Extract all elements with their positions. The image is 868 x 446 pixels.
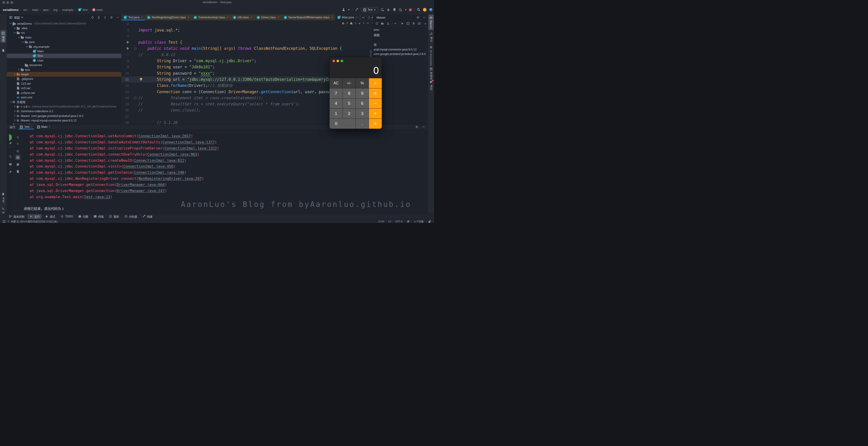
chevron-collapsed-icon[interactable] bbox=[13, 105, 16, 108]
toolwindow-button-版本控制[interactable]: 版本控制 bbox=[7, 214, 26, 219]
status-message[interactable]: 构建 在 1秒475毫秒内成功完成 (片刻之前) bbox=[11, 219, 57, 223]
fold-icon[interactable]: − bbox=[134, 97, 136, 99]
soft-wrap-icon[interactable] bbox=[16, 149, 20, 153]
toolwindow-button-调试[interactable]: 调试 bbox=[43, 214, 57, 219]
build-hammer-icon[interactable] bbox=[355, 8, 359, 11]
calc-key-%[interactable]: % bbox=[356, 78, 369, 88]
prev-issue-icon[interactable] bbox=[366, 21, 370, 25]
expand-all-icon[interactable] bbox=[97, 16, 101, 19]
more-icon[interactable]: » bbox=[425, 22, 426, 25]
tree-item-Maven-com.google.protobuf-protobuf-java-2.6.0[interactable]: Maven: com.google.protobuf:protobuf-java… bbox=[7, 114, 121, 118]
tree-item--1.8-[interactable]: < 1.8 >/Library/Java/JavaVirtualMachines… bbox=[7, 104, 121, 109]
update-icon[interactable]: ↑ bbox=[423, 8, 427, 11]
tree-item-Main[interactable]: CMain bbox=[7, 49, 121, 53]
calc-key-6[interactable]: 6 bbox=[356, 99, 369, 109]
calc-key-4[interactable]: 4 bbox=[330, 99, 342, 109]
calc-key-=[interactable]: = bbox=[369, 119, 382, 129]
breadcrumb-item-example[interactable]: example bbox=[62, 8, 73, 11]
ide-sphere-icon[interactable] bbox=[429, 8, 433, 11]
stack-frame-link[interactable]: ConnectionImpl.java:240 bbox=[134, 170, 184, 175]
maven-download-sources-icon[interactable] bbox=[386, 22, 390, 25]
tree-item-commons-collections-3.1[interactable]: commons-collections-3.1 bbox=[7, 109, 121, 113]
chevron-down-icon[interactable] bbox=[362, 16, 365, 19]
calc-key-5[interactable]: 5 bbox=[343, 99, 355, 109]
project-panel-header[interactable]: 项目 bbox=[7, 14, 121, 20]
close-tab-icon[interactable]: × bbox=[49, 125, 51, 128]
calc-key-8[interactable]: 8 bbox=[343, 88, 355, 98]
stripe-项目[interactable]: 项目 bbox=[0, 30, 6, 43]
tree-item-cc5yso.ser[interactable]: cc5yso.ser bbox=[7, 90, 121, 95]
chevron-collapsed-icon[interactable] bbox=[13, 72, 16, 76]
editor-tab-ServerStatusDiffInterceptor.class[interactable]: CServerStatusDiffInterceptor.class× bbox=[282, 14, 335, 20]
maven-add-icon[interactable]: + bbox=[394, 22, 396, 26]
toolwindow-button-问题[interactable]: 问题 bbox=[76, 214, 90, 219]
tree-item-外部库[interactable]: 外部库 bbox=[7, 100, 121, 104]
stack-frame-link[interactable]: Test.java:13 bbox=[84, 195, 110, 199]
calc-minimize-button[interactable] bbox=[337, 60, 339, 62]
file-encoding[interactable]: UTF-8 bbox=[395, 220, 402, 223]
close-tab-icon[interactable]: × bbox=[251, 16, 252, 19]
profile-with-cursor-icon[interactable] bbox=[8, 155, 12, 158]
line-separator[interactable]: LF bbox=[388, 220, 391, 223]
coverage-button[interactable] bbox=[393, 8, 396, 11]
tree-item-resources[interactable]: resources bbox=[7, 63, 121, 67]
print-icon[interactable] bbox=[16, 163, 20, 167]
close-tab-icon[interactable]: × bbox=[141, 16, 143, 19]
chevron-collapsed-icon[interactable] bbox=[13, 27, 16, 30]
maven-profiles-icon[interactable] bbox=[412, 22, 415, 25]
close-tab-icon[interactable]: × bbox=[356, 16, 358, 19]
user-avatar-icon[interactable] bbox=[342, 8, 345, 11]
tree-item-.gitignore[interactable]: .gitignore bbox=[7, 77, 121, 81]
hide-panel-icon[interactable] bbox=[422, 125, 426, 129]
maven-run-icon[interactable] bbox=[401, 22, 404, 25]
debug-button[interactable] bbox=[386, 8, 390, 11]
locate-file-icon[interactable] bbox=[91, 16, 94, 19]
gear-icon[interactable] bbox=[110, 16, 113, 19]
edit-configuration-icon[interactable] bbox=[8, 142, 12, 145]
close-tab-icon[interactable]: × bbox=[278, 16, 279, 19]
stripe-通知[interactable]: 通知 bbox=[428, 79, 434, 92]
maven-tree-item[interactable]: 周期 bbox=[374, 33, 428, 37]
editor-tab-Main.java[interactable]: CMain.java× bbox=[335, 14, 360, 20]
tree-item-User[interactable]: CUser bbox=[7, 58, 121, 63]
toolwindow-button-TODO[interactable]: TODO bbox=[58, 214, 74, 219]
maven-tree-item[interactable]: 项 bbox=[374, 42, 428, 47]
tree-item-pom.xml[interactable]: mpom.xml bbox=[7, 95, 121, 99]
tree-item-src[interactable]: src bbox=[7, 31, 121, 35]
calc-key-2[interactable]: 2 bbox=[343, 109, 355, 119]
calc-key-9[interactable]: 9 bbox=[356, 88, 369, 98]
calculator-window[interactable]: 0 AC+/-%÷789×456−123+0.= bbox=[329, 57, 382, 129]
chevron-down-icon[interactable] bbox=[21, 17, 23, 18]
tree-item-org.example[interactable]: org.example bbox=[7, 44, 121, 49]
tree-item-Maven-mysql-mysql-connector-java-8.0.12[interactable]: Maven: mysql:mysql-connector-java:8.0.12 bbox=[7, 118, 121, 123]
tree-item-Test[interactable]: CTest bbox=[7, 54, 121, 58]
chevron-collapsed-icon[interactable] bbox=[13, 110, 16, 113]
toolwindow-button-构建[interactable]: 构建 bbox=[141, 214, 154, 219]
close-tab-icon[interactable]: × bbox=[331, 16, 333, 19]
next-issue-icon[interactable] bbox=[371, 21, 373, 25]
chevron-collapsed-icon[interactable] bbox=[13, 114, 16, 117]
run-tab-Test[interactable]: Test× bbox=[18, 124, 35, 129]
calc-key-÷[interactable]: ÷ bbox=[369, 78, 382, 88]
close-tab-icon[interactable]: × bbox=[227, 16, 228, 19]
chevron-expanded-icon[interactable] bbox=[13, 31, 16, 34]
stack-frame-link[interactable]: DriverManager.java:664 bbox=[117, 182, 164, 187]
tool-windows-icon[interactable] bbox=[2, 219, 6, 223]
calc-zoom-button[interactable] bbox=[341, 60, 343, 62]
hide-panel-icon[interactable] bbox=[423, 16, 426, 19]
stripe-icon[interactable] bbox=[0, 48, 6, 53]
stack-frame-link[interactable]: ConnectionImpl.java:1322 bbox=[164, 146, 217, 150]
down-stack-icon[interactable] bbox=[16, 142, 20, 145]
tree-item-java[interactable]: java bbox=[7, 40, 121, 44]
breadcrumb-item-serialDemo[interactable]: serialDemo bbox=[3, 8, 19, 11]
stack-frame-link[interactable]: ConnectionImpl.java:963 bbox=[147, 152, 197, 156]
maven-skip-tests-icon[interactable] bbox=[417, 22, 421, 25]
calc-key-1[interactable]: 1 bbox=[330, 109, 342, 119]
close-tab-icon[interactable]: × bbox=[31, 125, 32, 128]
toolwindow-button-分析器[interactable]: 分析器 bbox=[122, 214, 139, 219]
stack-frame-link[interactable]: ConnectionImpl.java:822 bbox=[134, 158, 184, 162]
calc-key-+[interactable]: + bbox=[369, 109, 382, 119]
unlock-icon[interactable] bbox=[428, 219, 431, 223]
maven-refresh-icon[interactable] bbox=[375, 22, 379, 25]
calc-key-3[interactable]: 3 bbox=[356, 109, 369, 119]
